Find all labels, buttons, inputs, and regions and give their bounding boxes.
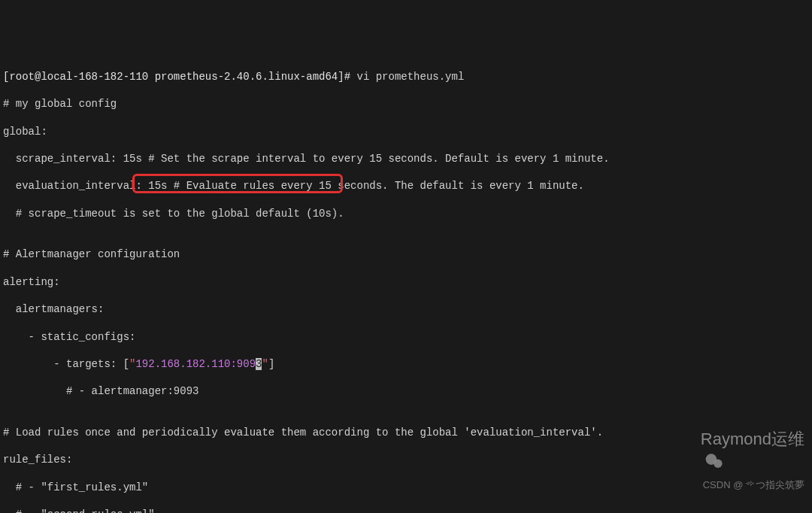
- alertmanager-ip: 192.168.182.110:909: [135, 358, 256, 370]
- config-line: # - alertmanager:9093: [3, 384, 809, 398]
- config-line: # Alertmanager configuration: [3, 247, 809, 261]
- config-line: rule_files:: [3, 453, 809, 466]
- config-line: # my global config: [3, 97, 809, 111]
- config-line: scrape_interval: 15s # Set the scrape in…: [3, 152, 809, 165]
- config-line: global:: [3, 125, 809, 138]
- config-line: # Load rules once and periodically evalu…: [3, 426, 809, 439]
- config-line: # scrape_timeout is set to the global de…: [3, 207, 809, 220]
- config-line: # - "first_rules.yml": [3, 481, 809, 494]
- alertmanager-targets-line: - targets: ["192.168.182.110:9093"]: [3, 357, 809, 371]
- config-line: alerting:: [3, 275, 809, 289]
- config-line: evaluation_interval: 15s # Evaluate rule…: [3, 179, 809, 193]
- terminal-output[interactable]: [root@local-168-182-110 prometheus-2.40.…: [3, 56, 809, 513]
- shell-prompt: [root@local-168-182-110 prometheus-2.40.…: [3, 71, 356, 83]
- config-line: alertmanagers:: [3, 302, 809, 316]
- command-text: vi prometheus.yml: [356, 71, 464, 83]
- config-line: - static_configs:: [3, 330, 809, 344]
- config-line: # - "second_rules.yml": [3, 508, 809, 513]
